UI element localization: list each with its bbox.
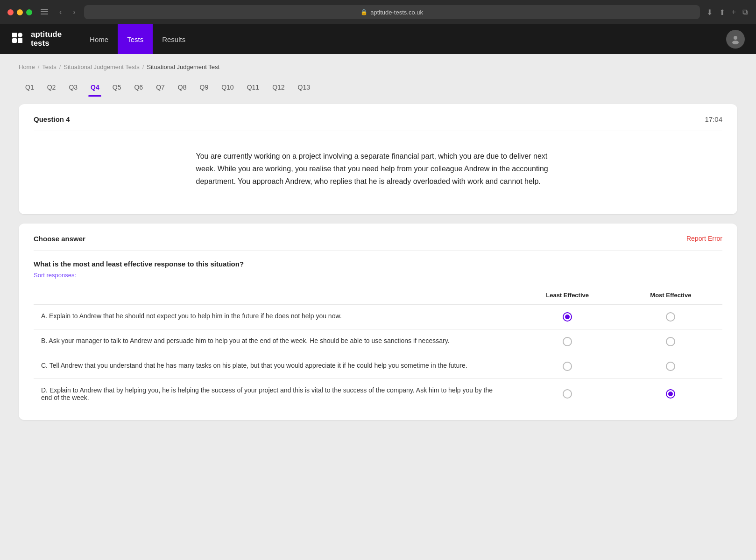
question-number: Question 4 [34,115,70,123]
svg-rect-4 [18,33,22,37]
response-d-most-radio[interactable] [666,389,675,399]
download-button[interactable]: ⬇ [706,7,714,18]
response-c-least-radio-wrapper[interactable] [522,362,614,371]
breadcrumb-tests[interactable]: Tests [42,63,56,70]
tab-q6[interactable]: Q6 [127,80,149,95]
question-tabs: Q1 Q2 Q3 Q4 Q5 Q6 Q7 Q8 Q9 Q10 Q11 Q12 Q… [19,80,737,95]
response-b-most-radio-wrapper[interactable] [625,337,717,346]
response-a-least-radio[interactable] [563,312,572,322]
nav-links: Home Tests Results [80,24,726,54]
tab-q2[interactable]: Q2 [41,80,63,95]
tab-q5[interactable]: Q5 [106,80,128,95]
question-card-header: Question 4 17:04 [34,115,722,131]
response-c-text: C. Tell Andrew that you understand that … [34,354,516,378]
nav-results[interactable]: Results [153,24,195,54]
answer-card: Choose answer Report Error What is the m… [19,224,737,420]
breadcrumb-sep-1: / [38,63,40,70]
avatar[interactable] [726,30,745,49]
col-response-header [34,288,516,305]
response-a-text: A. Explain to Andrew that he should not … [34,304,516,329]
new-tab-button[interactable]: + [731,7,737,17]
sidebar-toggle-button[interactable] [38,8,51,17]
tab-q3[interactable]: Q3 [62,80,84,95]
tab-q11[interactable]: Q11 [240,80,266,95]
table-row: B. Ask your manager to talk to Andrew an… [34,329,722,354]
breadcrumb-home[interactable]: Home [19,63,35,70]
response-b-least-radio-wrapper[interactable] [522,337,614,346]
response-a-most-radio[interactable] [666,312,675,322]
response-d-most-radio-wrapper[interactable] [625,389,717,399]
tab-q9[interactable]: Q9 [193,80,215,95]
forward-button[interactable]: › [70,7,78,17]
nav-home[interactable]: Home [80,24,118,54]
url-text: aptitude-tests.co.uk [370,9,423,16]
svg-rect-0 [41,9,48,10]
svg-rect-3 [12,33,17,37]
response-c-least-radio[interactable] [563,362,572,371]
minimize-button[interactable] [17,9,23,15]
answer-card-header: Choose answer Report Error [34,235,722,251]
window-button[interactable]: ⧉ [742,7,749,17]
question-text: You are currently working on a project i… [196,142,560,203]
nav-right [726,30,745,49]
svg-rect-6 [18,38,22,43]
logo-icon [11,32,26,47]
browser-chrome: ‹ › 🔒 aptitude-tests.co.uk ⬇ ⬆ + ⧉ [0,0,756,24]
response-d-least-radio[interactable] [563,389,572,399]
response-b-least-radio[interactable] [563,337,572,346]
page-content: Home / Tests / Situational Judgement Tes… [0,54,756,560]
response-c-most-radio-wrapper[interactable] [625,362,717,371]
tab-q1[interactable]: Q1 [19,80,41,95]
breadcrumb: Home / Tests / Situational Judgement Tes… [19,63,737,70]
response-a-least-cell[interactable] [516,304,619,329]
response-b-most-radio[interactable] [666,337,675,346]
svg-rect-1 [41,11,48,12]
navbar: aptitude tests Home Tests Results [0,24,756,54]
breadcrumb-sjt[interactable]: Situational Judgement Tests [64,63,139,70]
response-b-most-cell[interactable] [619,329,722,354]
svg-rect-2 [41,14,48,14]
tab-q12[interactable]: Q12 [266,80,291,95]
table-row: A. Explain to Andrew that he should not … [34,304,722,329]
lock-icon: 🔒 [360,9,367,15]
response-table: Least Effective Most Effective A. Explai… [34,288,722,409]
browser-actions: ⬇ ⬆ + ⧉ [706,7,749,18]
share-button[interactable]: ⬆ [718,7,726,18]
response-b-text: B. Ask your manager to talk to Andrew an… [34,329,516,354]
tab-q4[interactable]: Q4 [84,80,106,95]
breadcrumb-sep-2: / [59,63,61,70]
tab-q7[interactable]: Q7 [149,80,171,95]
response-c-most-cell[interactable] [619,354,722,378]
maximize-button[interactable] [26,9,32,15]
response-a-least-radio-wrapper[interactable] [522,312,614,322]
timer: 17:04 [705,115,722,123]
back-button[interactable]: ‹ [57,7,64,17]
address-bar[interactable]: 🔒 aptitude-tests.co.uk [84,5,700,19]
table-header-row: Least Effective Most Effective [34,288,722,305]
response-a-most-cell[interactable] [619,304,722,329]
col-most-header: Most Effective [619,288,722,305]
close-button[interactable] [7,9,14,15]
choose-answer-label: Choose answer [34,235,85,243]
tab-q13[interactable]: Q13 [291,80,317,95]
response-c-least-cell[interactable] [516,354,619,378]
response-d-least-cell[interactable] [516,378,619,409]
svg-rect-5 [12,38,17,43]
nav-tests[interactable]: Tests [118,24,153,54]
tab-q10[interactable]: Q10 [215,80,240,95]
question-prompt: What is the most and least effective res… [34,260,722,268]
table-row: C. Tell Andrew that you understand that … [34,354,722,378]
traffic-lights [7,9,32,15]
question-card: Question 4 17:04 You are currently worki… [19,104,737,214]
response-b-least-cell[interactable] [516,329,619,354]
response-d-most-cell[interactable] [619,378,722,409]
svg-point-8 [732,41,739,44]
response-c-most-radio[interactable] [666,362,675,371]
tab-q8[interactable]: Q8 [171,80,193,95]
logo: aptitude tests [11,30,62,48]
response-d-least-radio-wrapper[interactable] [522,389,614,399]
response-a-most-radio-wrapper[interactable] [625,312,717,322]
table-row: D. Explain to Andrew that by helping you… [34,378,722,409]
report-error-button[interactable]: Report Error [686,235,722,242]
svg-point-7 [734,36,737,40]
